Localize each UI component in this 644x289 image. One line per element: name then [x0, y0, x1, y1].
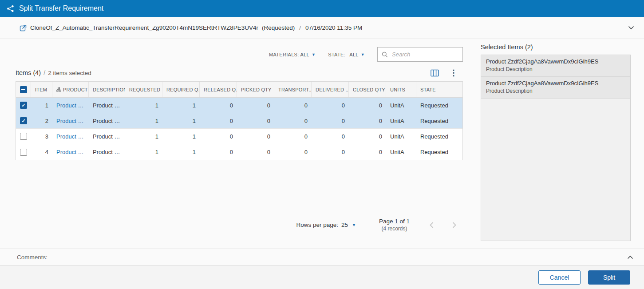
state-cell: Requested	[416, 129, 462, 144]
column-settings-icon[interactable]	[431, 69, 439, 77]
title-bar: Split Transfer Requirement	[0, 0, 644, 17]
items-section: MATERIALS:ALL ▼ STATE: ALL ▼ Items (4) /	[16, 39, 463, 232]
column-header-transport: TRANSPORT...	[274, 82, 312, 97]
column-header-description: DESCRIPTION	[89, 82, 125, 97]
requested-qty-cell: 1	[125, 113, 162, 128]
units-cell: UnitA	[386, 144, 416, 160]
product-link[interactable]: Product Zzdf2CjagAa8VawwmDx9cIGlh9ES	[56, 118, 85, 124]
row-checkbox[interactable]	[20, 117, 27, 124]
breadcrumb-separator: /	[298, 24, 302, 31]
object-status: (Requested)	[262, 24, 295, 31]
state-filter-value: ALL	[349, 52, 358, 57]
header-collapse-chevron-icon[interactable]	[628, 26, 634, 30]
item-cell: 1	[31, 98, 52, 113]
state-cell: Requested	[416, 98, 462, 113]
row-checkbox[interactable]	[20, 133, 27, 140]
rows-per-page-label: Rows per page:	[296, 222, 338, 228]
state-filter-dropdown[interactable]: STATE: ALL ▼	[328, 52, 365, 57]
next-page-chevron-icon[interactable]	[452, 222, 457, 229]
column-header-product: PRODUCT	[52, 82, 89, 97]
units-cell: UnitA	[386, 98, 416, 113]
search-input[interactable]	[391, 51, 458, 58]
transport-qty-cell: 0	[274, 98, 312, 113]
items-table: ITEM PRODUCT DESCRIPTION REQUESTE	[16, 81, 463, 160]
table-row[interactable]: 3Product Zzdf2CjagAa8VawwmDx9cIGlh9ESPro…	[16, 129, 462, 144]
items-header: Items (4) / 2 items selected ⋮	[16, 69, 463, 77]
table-row[interactable]: 4Product Zzdf2CjagAa8VawwmDx9cIGlh9ESPro…	[16, 144, 462, 160]
item-cell: 2	[31, 113, 52, 128]
released-qty-cell: 0	[200, 98, 237, 113]
search-icon	[382, 51, 388, 58]
chevron-down-icon: ▼	[361, 52, 365, 57]
transport-qty-cell: 0	[274, 144, 312, 160]
column-header-released: RELEASED Q...	[200, 82, 237, 97]
item-cell: 4	[31, 144, 52, 160]
description-cell: Product Description	[89, 129, 125, 144]
records-count: (4 records)	[379, 226, 410, 232]
transport-qty-cell: 0	[274, 113, 312, 128]
product-link[interactable]: Product Zzdf2CjagAa8VawwmDx9cIGlh9ES	[56, 102, 85, 109]
rows-per-page-value: 25	[341, 222, 348, 228]
delivered-qty-cell: 0	[312, 98, 349, 113]
select-all-checkbox[interactable]	[20, 86, 27, 93]
previous-page-chevron-icon[interactable]	[429, 222, 434, 229]
page-title: Split Transfer Requirement	[19, 4, 103, 12]
column-header-picked: PICKED QTY	[237, 82, 274, 97]
column-header-closed: CLOSED QTY	[349, 82, 386, 97]
object-header: CloneOf_Z_Automatic_TransferRequirement_…	[0, 17, 644, 39]
released-qty-cell: 0	[200, 113, 237, 128]
selected-items-title: Selected Items (2)	[481, 44, 631, 51]
comments-collapse-chevron-icon[interactable]	[627, 255, 633, 259]
requested-qty-cell: 1	[125, 144, 162, 160]
required-qty-cell: 1	[162, 129, 200, 144]
search-box[interactable]	[377, 47, 463, 62]
row-checkbox[interactable]	[20, 149, 27, 156]
column-header-item: ITEM	[31, 82, 52, 97]
object-name: CloneOf_Z_Automatic_TransferRequirement_…	[30, 24, 258, 31]
comments-section: Comments:	[0, 249, 644, 265]
table-body: 1Product Zzdf2CjagAa8VawwmDx9cIGlh9ESPro…	[16, 98, 462, 160]
required-qty-cell: 1	[162, 113, 200, 128]
selected-item-subtitle: Product Description	[486, 66, 625, 72]
table-row[interactable]: 2Product Zzdf2CjagAa8VawwmDx9cIGlh9ESPro…	[16, 113, 462, 129]
split-button[interactable]: Split	[588, 270, 630, 285]
picked-qty-cell: 0	[237, 129, 274, 144]
state-filter-label: STATE:	[328, 52, 345, 57]
product-link[interactable]: Product Zzdf2CjagAa8VawwmDx9cIGlh9ES	[56, 149, 85, 155]
kebab-menu-icon[interactable]: ⋮	[450, 69, 458, 77]
units-cell: UnitA	[386, 129, 416, 144]
selected-items-panel: Selected Items (2) Product Zzdf2CjagAa8V…	[481, 44, 631, 241]
product-link[interactable]: Product Zzdf2CjagAa8VawwmDx9cIGlh9ES	[56, 133, 85, 140]
chevron-down-icon: ▼	[352, 223, 356, 227]
rows-per-page-dropdown[interactable]: Rows per page: 25 ▼	[296, 222, 356, 228]
table-header-row: ITEM PRODUCT DESCRIPTION REQUESTE	[16, 82, 462, 98]
picked-qty-cell: 0	[237, 113, 274, 128]
transport-qty-cell: 0	[274, 129, 312, 144]
chevron-down-icon: ▼	[312, 52, 316, 57]
column-header-requested: REQUESTED ...	[125, 82, 162, 97]
product-type-icon	[56, 87, 61, 92]
released-qty-cell: 0	[200, 129, 237, 144]
split-share-icon	[7, 5, 14, 12]
table-row[interactable]: 1Product Zzdf2CjagAa8VawwmDx9cIGlh9ESPro…	[16, 98, 462, 113]
delivered-qty-cell: 0	[312, 144, 349, 160]
row-checkbox[interactable]	[20, 102, 27, 109]
materials-filter-dropdown[interactable]: MATERIALS:ALL ▼	[269, 52, 316, 57]
comments-label: Comments:	[17, 254, 47, 261]
page-indicator: Page 1 of 1	[379, 218, 410, 225]
closed-qty-cell: 0	[349, 98, 386, 113]
object-timestamp: 07/16/2020 11:35 PM	[305, 24, 362, 31]
selected-items-list: Product Zzdf2CjagAa8VawwmDx9cIGlh9ESProd…	[481, 55, 631, 241]
description-cell: Product Description	[89, 98, 125, 113]
requested-qty-cell: 1	[125, 98, 162, 113]
selected-item[interactable]: Product Zzdf2CjagAa8VawwmDx9cIGlh9ESProd…	[481, 77, 630, 99]
pagination-bar: Rows per page: 25 ▼ Page 1 of 1 (4 recor…	[16, 218, 463, 232]
materials-filter-value: ALL	[300, 52, 309, 57]
footer-bar: Cancel Split	[0, 265, 644, 289]
closed-qty-cell: 0	[349, 144, 386, 160]
items-selected-count: 2 items selected	[48, 70, 91, 76]
selected-item[interactable]: Product Zzdf2CjagAa8VawwmDx9cIGlh9ESProd…	[481, 55, 630, 77]
selected-item-title: Product Zzdf2CjagAa8VawwmDx9cIGlh9ES	[486, 58, 625, 65]
cancel-button[interactable]: Cancel	[538, 270, 581, 285]
closed-qty-cell: 0	[349, 129, 386, 144]
